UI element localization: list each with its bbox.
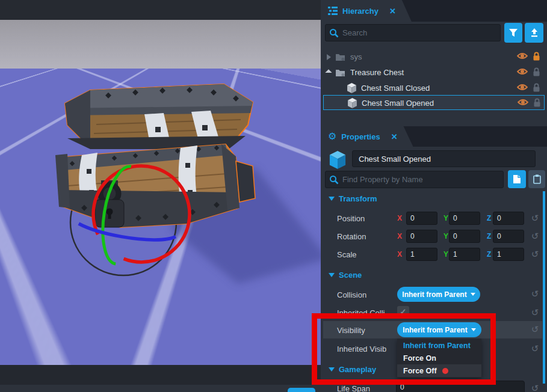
menu-option-label: Inherit from Parent (403, 341, 471, 350)
eye-icon[interactable] (517, 67, 528, 78)
axis-z-label: Z (487, 232, 491, 240)
chevron-down-icon (329, 367, 335, 372)
position-label: Position (337, 214, 365, 223)
position-x-field[interactable] (406, 212, 437, 225)
filter-icon (508, 28, 518, 37)
viewport-3d[interactable] (0, 0, 321, 392)
eye-icon[interactable] (517, 52, 528, 62)
tree-item-label: Treasure Chest (350, 68, 404, 77)
close-icon[interactable]: ✕ (389, 7, 396, 16)
scale-z-field[interactable] (493, 248, 524, 261)
visibility-dropdown[interactable]: Inherit from Parent (397, 322, 481, 337)
lock-icon[interactable] (533, 98, 541, 109)
menu-option-label: Force Off (403, 367, 437, 375)
lock-icon[interactable] (533, 83, 540, 94)
rotation-label: Rotation (337, 232, 366, 241)
find-property-input[interactable] (325, 171, 504, 188)
collision-label: Collision (337, 290, 366, 299)
reset-icon[interactable]: ↺ (530, 324, 540, 335)
tree-row-treasure-chest[interactable]: Treasure Chest (321, 65, 547, 80)
life-span-field[interactable] (396, 381, 525, 392)
tab-properties[interactable]: ⚙ Properties ✕ (321, 126, 413, 147)
axis-z-label: Z (487, 250, 491, 259)
copy-icon (513, 174, 521, 184)
entity-cube-icon (329, 151, 346, 169)
right-panel: Hierarchy ✕ sys (321, 0, 547, 392)
rotation-z-field[interactable] (493, 230, 524, 243)
export-button[interactable] (525, 23, 543, 43)
axis-y-label: Y (443, 232, 448, 240)
axis-x-label: X (397, 250, 402, 259)
tab-hierarchy[interactable]: Hierarchy ✕ (321, 0, 412, 22)
tree-row-sys[interactable]: sys (321, 49, 547, 64)
chevron-expanded-icon[interactable] (325, 69, 332, 76)
inherited-visibility-label: Inherited Visib (337, 345, 395, 354)
position-z-field[interactable] (493, 212, 524, 225)
reset-icon[interactable]: ↺ (530, 213, 540, 224)
section-scene[interactable]: Scene (329, 271, 362, 280)
reset-icon[interactable]: ↺ (530, 383, 540, 392)
chevron-right-icon[interactable] (327, 54, 331, 60)
axis-x-label: X (397, 232, 402, 240)
hierarchy-search-input[interactable] (325, 24, 501, 41)
cursor-dot (442, 368, 448, 374)
tab-properties-label: Properties (341, 132, 380, 141)
visibility-label: Visibility (337, 326, 365, 335)
cube-icon (348, 98, 357, 108)
collision-dropdown-value: Inherit from Parent (402, 290, 466, 299)
scale-y-field[interactable] (449, 248, 480, 261)
axis-y-label: Y (443, 214, 448, 222)
section-gameplay[interactable]: Gameplay (329, 365, 376, 374)
reset-icon[interactable]: ↺ (530, 231, 540, 242)
reset-icon[interactable]: ↺ (530, 289, 540, 299)
axis-x-label: X (397, 214, 402, 222)
rotation-y-field[interactable] (449, 230, 480, 243)
chevron-down-icon (329, 197, 335, 201)
paste-properties-button[interactable] (528, 170, 545, 188)
rotation-x-field[interactable] (406, 230, 437, 243)
upload-icon (530, 28, 539, 37)
properties-scrollbar[interactable] (543, 191, 545, 384)
tree-item-label: Chest Small Closed (361, 84, 430, 93)
hierarchy-icon (328, 6, 338, 16)
inherited-collision-checkbox[interactable]: ✓ (397, 306, 409, 318)
scene-canvas[interactable] (0, 20, 321, 365)
scale-x-field[interactable] (406, 248, 437, 261)
reset-icon[interactable]: ↺ (530, 249, 540, 260)
entity-name-input[interactable] (352, 150, 536, 167)
axis-y-label: Y (443, 250, 448, 259)
treasure-chest-3d[interactable] (0, 20, 321, 365)
menu-option-force-off[interactable]: Force Off (397, 364, 481, 377)
search-icon (329, 28, 339, 38)
lock-icon[interactable] (533, 52, 540, 63)
section-title: Scene (339, 271, 362, 280)
chevron-down-icon (329, 273, 335, 277)
lock-icon[interactable] (533, 67, 540, 78)
menu-option-inherit-from-parent[interactable]: Inherit from Parent (397, 339, 481, 352)
footer-panel-button[interactable] (288, 388, 315, 392)
tree-row-chest-small-closed[interactable]: Chest Small Closed (321, 81, 547, 96)
position-y-field[interactable] (449, 212, 480, 225)
copy-properties-button[interactable] (508, 170, 526, 188)
section-transform[interactable]: Transform (329, 194, 377, 203)
chevron-down-icon (471, 293, 475, 296)
collision-dropdown[interactable]: Inherit from Parent (397, 287, 480, 302)
filter-button[interactable] (504, 23, 522, 43)
viewport-top-bar (0, 0, 321, 20)
chest-lid[interactable] (65, 84, 253, 149)
close-icon[interactable]: ✕ (391, 132, 398, 141)
cube-icon (347, 83, 356, 93)
properties-gear-icon: ⚙ (328, 132, 336, 141)
editor-window: Hierarchy ✕ sys (0, 0, 547, 392)
eye-icon[interactable] (518, 98, 528, 108)
reset-icon[interactable]: ↺ (530, 307, 540, 318)
folder-icon (335, 68, 345, 77)
menu-option-force-on[interactable]: Force On (397, 352, 481, 364)
chevron-down-icon (471, 328, 476, 331)
eye-icon[interactable] (517, 83, 528, 93)
tree-row-chest-small-opened[interactable]: Chest Small Opened (323, 95, 545, 110)
folder-icon (335, 52, 345, 61)
reset-icon[interactable]: ↺ (530, 343, 540, 354)
visibility-dropdown-menu: Inherit from Parent Force On Force Off (397, 338, 481, 378)
visibility-dropdown-value: Inherit from Parent (403, 326, 467, 334)
